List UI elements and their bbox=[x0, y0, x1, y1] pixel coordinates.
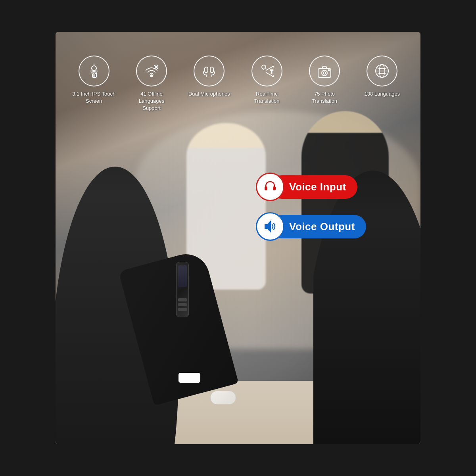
languages-label: 138 Languages bbox=[364, 90, 400, 98]
svg-rect-19 bbox=[273, 186, 276, 190]
voice-output-label: Voice Output bbox=[270, 215, 366, 238]
svg-rect-18 bbox=[265, 186, 267, 190]
feature-languages: 138 Languages bbox=[360, 56, 405, 98]
camera-icon bbox=[316, 62, 333, 80]
voice-output-badge: Voice Output bbox=[256, 212, 366, 241]
wifi-x-icon bbox=[143, 62, 160, 80]
globe-icon bbox=[373, 62, 391, 80]
photo-translation-label: 75 Photo Translation bbox=[302, 90, 347, 105]
touch-icon bbox=[85, 62, 103, 80]
svg-point-14 bbox=[328, 70, 329, 71]
offline-lang-label: 41 Offline Languages Support bbox=[129, 90, 174, 112]
touch-screen-icon-circle bbox=[79, 56, 109, 86]
realtime-icon-circle: T bbox=[251, 56, 282, 86]
feature-touch-screen: 3.1 Inch IPS Touch Screen bbox=[71, 56, 116, 105]
globe-icon-circle bbox=[367, 56, 397, 86]
svg-point-0 bbox=[92, 66, 96, 71]
translation-device bbox=[151, 230, 214, 420]
dual-mic-icon bbox=[200, 62, 218, 80]
feature-realtime: T RealTime Translation bbox=[244, 56, 289, 105]
speaker-icon bbox=[262, 218, 278, 235]
svg-rect-5 bbox=[210, 67, 213, 73]
features-row: 3.1 Inch IPS Touch Screen 41 Offline Lan… bbox=[56, 56, 420, 112]
offline-lang-icon-circle bbox=[136, 56, 167, 86]
product-card: 3.1 Inch IPS Touch Screen 41 Offline Lan… bbox=[56, 32, 420, 444]
voice-output-icon bbox=[256, 212, 284, 241]
svg-point-1 bbox=[151, 75, 153, 77]
svg-text:T: T bbox=[270, 69, 273, 75]
voice-input-icon bbox=[256, 173, 284, 201]
feature-photo-translation: 75 Photo Translation bbox=[302, 56, 347, 105]
dual-mic-label: Dual Microphones bbox=[188, 90, 230, 98]
headphone-icon bbox=[262, 178, 278, 195]
svg-rect-4 bbox=[205, 67, 208, 73]
realtime-icon: T bbox=[258, 62, 276, 80]
svg-point-12 bbox=[322, 70, 327, 76]
camera-icon-circle bbox=[309, 56, 340, 86]
voice-input-badge: Voice Input bbox=[256, 173, 357, 201]
earbuds-case bbox=[210, 391, 236, 405]
feature-offline-languages: 41 Offline Languages Support bbox=[129, 56, 174, 112]
dual-mic-icon-circle bbox=[194, 56, 225, 86]
feature-dual-mic: Dual Microphones bbox=[187, 56, 232, 98]
touch-screen-label: 3.1 Inch IPS Touch Screen bbox=[71, 90, 116, 105]
svg-point-8 bbox=[262, 65, 266, 69]
svg-point-13 bbox=[323, 72, 326, 74]
realtime-label: RealTime Translation bbox=[244, 90, 289, 105]
